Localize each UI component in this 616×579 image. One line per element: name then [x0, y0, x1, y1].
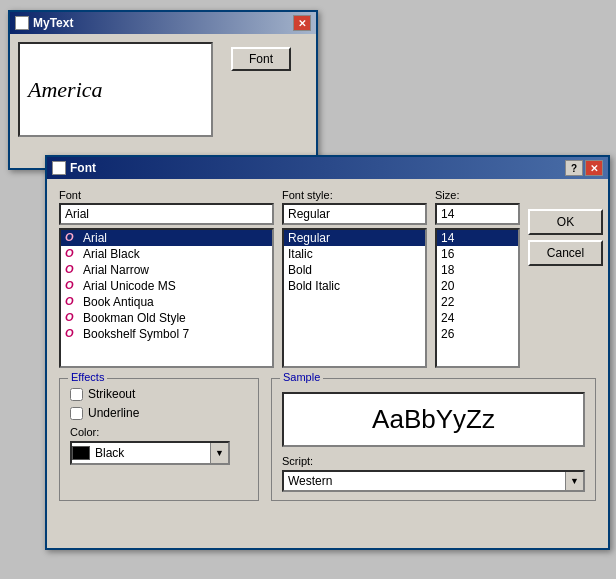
- size-list-item-22[interactable]: 22: [437, 294, 518, 310]
- size-item-label: 18: [441, 263, 454, 277]
- size-list-item-16[interactable]: 16: [437, 246, 518, 262]
- style-item-label: Bold Italic: [288, 279, 340, 293]
- underline-row: Underline: [70, 406, 248, 420]
- font-button[interactable]: Font: [231, 47, 291, 71]
- style-column-label: Font style:: [282, 189, 427, 201]
- font-list-item-label: Arial Narrow: [83, 263, 149, 277]
- font-column: Font O Arial O Arial Black O Arial Narro…: [59, 189, 274, 368]
- mytext-title-bar: MyText ✕: [10, 12, 316, 34]
- size-list-item-20[interactable]: 20: [437, 278, 518, 294]
- size-item-label: 20: [441, 279, 454, 293]
- font-list-item-label: Arial Black: [83, 247, 140, 261]
- sample-text: AaBbYyZz: [372, 404, 495, 435]
- font-list-item-label: Bookman Old Style: [83, 311, 186, 325]
- strikeout-label: Strikeout: [88, 387, 135, 401]
- font-type-icon: O: [65, 295, 79, 309]
- mytext-close-button[interactable]: ✕: [293, 15, 311, 31]
- font-list-item-arialblack[interactable]: O Arial Black: [61, 246, 272, 262]
- ok-cancel-column: OK Cancel: [528, 189, 603, 368]
- sample-text-box: AaBbYyZz: [282, 392, 585, 447]
- font-type-icon: O: [65, 279, 79, 293]
- ok-button[interactable]: OK: [528, 209, 603, 235]
- color-label: Color:: [70, 426, 248, 438]
- font-dialog-help-button[interactable]: ?: [565, 160, 583, 176]
- style-item-label: Bold: [288, 263, 312, 277]
- font-dialog: Font ? ✕ Font O Arial O Arial Black: [45, 155, 610, 550]
- size-list-item-24[interactable]: 24: [437, 310, 518, 326]
- style-item-label: Italic: [288, 247, 313, 261]
- underline-checkbox[interactable]: [70, 407, 83, 420]
- dialog-columns: Font O Arial O Arial Black O Arial Narro…: [59, 189, 596, 368]
- cancel-button[interactable]: Cancel: [528, 240, 603, 266]
- style-list[interactable]: Regular Italic Bold Bold Italic: [282, 228, 427, 368]
- style-list-item-bold[interactable]: Bold: [284, 262, 425, 278]
- font-button-area: Font: [231, 47, 291, 137]
- size-column: Size: 14 16 18 20 22: [435, 189, 520, 368]
- size-list-item-14[interactable]: 14: [437, 230, 518, 246]
- font-list-item-label: Arial Unicode MS: [83, 279, 176, 293]
- font-dialog-title-bar: Font ? ✕: [47, 157, 608, 179]
- style-list-item-italic[interactable]: Italic: [284, 246, 425, 262]
- color-dropdown-arrow[interactable]: ▼: [210, 443, 228, 463]
- font-list-item-label: Arial: [83, 231, 107, 245]
- font-list[interactable]: O Arial O Arial Black O Arial Narrow O A…: [59, 228, 274, 368]
- size-item-label: 24: [441, 311, 454, 325]
- size-item-label: 22: [441, 295, 454, 309]
- font-type-icon: O: [65, 311, 79, 325]
- font-list-item-label: Bookshelf Symbol 7: [83, 327, 189, 341]
- font-type-icon: O: [65, 247, 79, 261]
- font-list-item-arial[interactable]: O Arial: [61, 230, 272, 246]
- size-list-item-26[interactable]: 26: [437, 326, 518, 342]
- underline-label: Underline: [88, 406, 139, 420]
- text-preview-area: America: [18, 42, 213, 137]
- size-item-label: 26: [441, 327, 454, 341]
- script-label: Script:: [282, 455, 585, 467]
- font-dialog-title-buttons: ? ✕: [565, 160, 603, 176]
- style-list-item-regular[interactable]: Regular: [284, 230, 425, 246]
- style-item-label: Regular: [288, 231, 330, 245]
- preview-text: America: [28, 77, 103, 103]
- mytext-window-icon: [15, 16, 29, 30]
- size-list[interactable]: 14 16 18 20 22 24: [435, 228, 520, 368]
- font-input[interactable]: [59, 203, 274, 225]
- strikeout-checkbox[interactable]: [70, 388, 83, 401]
- sample-section: Sample AaBbYyZz Script: Western ▼: [271, 378, 596, 501]
- style-input[interactable]: [282, 203, 427, 225]
- font-list-item-bookmanold[interactable]: O Bookman Old Style: [61, 310, 272, 326]
- script-dropdown-arrow[interactable]: ▼: [565, 472, 583, 490]
- mytext-title: MyText: [33, 16, 73, 30]
- font-type-icon: O: [65, 231, 79, 245]
- size-item-label: 14: [441, 231, 454, 245]
- font-dialog-close-button[interactable]: ✕: [585, 160, 603, 176]
- script-dropdown[interactable]: Western ▼: [282, 470, 585, 492]
- size-item-label: 16: [441, 247, 454, 261]
- script-section: Script: Western ▼: [282, 455, 585, 492]
- font-dialog-icon: [52, 161, 66, 175]
- mytext-window: MyText ✕ America Font: [8, 10, 318, 170]
- size-list-item-18[interactable]: 18: [437, 262, 518, 278]
- font-dialog-title: Font: [70, 161, 96, 175]
- font-type-icon: O: [65, 327, 79, 341]
- style-column: Font style: Regular Italic Bold Bold Ita…: [282, 189, 427, 368]
- mytext-title-buttons: ✕: [293, 15, 311, 31]
- bottom-section: Effects Strikeout Underline Color: Black…: [59, 378, 596, 501]
- color-row: Color: Black ▼: [70, 426, 248, 465]
- effects-box: Effects Strikeout Underline Color: Black…: [59, 378, 259, 501]
- font-column-label: Font: [59, 189, 274, 201]
- font-list-item-arialunicode[interactable]: O Arial Unicode MS: [61, 278, 272, 294]
- font-dialog-body: Font O Arial O Arial Black O Arial Narro…: [47, 179, 608, 511]
- size-column-label: Size:: [435, 189, 520, 201]
- size-input[interactable]: [435, 203, 520, 225]
- script-value: Western: [284, 472, 565, 490]
- font-list-item-bookantiqua[interactable]: O Book Antiqua: [61, 294, 272, 310]
- color-value: Black: [95, 446, 124, 460]
- font-type-icon: O: [65, 263, 79, 277]
- font-list-item-bookshelf[interactable]: O Bookshelf Symbol 7: [61, 326, 272, 342]
- strikeout-row: Strikeout: [70, 387, 248, 401]
- color-swatch: [72, 446, 90, 460]
- font-list-item-label: Book Antiqua: [83, 295, 154, 309]
- style-list-item-bolditalic[interactable]: Bold Italic: [284, 278, 425, 294]
- color-dropdown[interactable]: Black ▼: [70, 441, 230, 465]
- font-list-item-arialnarrow[interactable]: O Arial Narrow: [61, 262, 272, 278]
- sample-title: Sample: [280, 371, 323, 383]
